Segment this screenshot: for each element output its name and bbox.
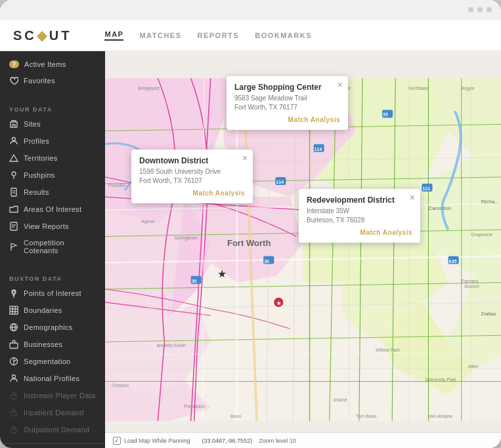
svg-rect-5: [11, 188, 16, 196]
svg-text:University Park: University Park: [425, 378, 456, 383]
svg-text:635: 635: [449, 259, 457, 264]
popup-shopping-title: Large Shopping Center: [234, 83, 340, 92]
svg-rect-21: [10, 343, 18, 348]
popup-downtown-address: 1598 South University Drive Fort Worth, …: [139, 167, 245, 186]
svg-text:114: 114: [276, 180, 284, 184]
areas-label: Areas Of Interest: [24, 205, 81, 213]
svg-text:114: 114: [315, 147, 322, 152]
sidebar-bottom: IMPORT DATA: [0, 443, 105, 448]
sidebar-boundaries[interactable]: Boundaries: [0, 302, 105, 319]
checkbox-check: ✓: [114, 438, 120, 444]
svg-text:Northlake: Northlake: [408, 86, 428, 91]
sidebar-businesses[interactable]: Businesses: [0, 336, 105, 353]
national-profiles-label: National Profiles: [24, 375, 79, 382]
popup-shopping-match[interactable]: Match Analysis: [234, 116, 340, 123]
top-nav: SC◆UT MAP MATCHES REPORTS BOOKMARKS: [0, 20, 501, 51]
coordinates: (33.0467,-96.7552): [202, 438, 253, 444]
sidebar-competition[interactable]: Competition Cotenants: [0, 235, 105, 258]
main-area: 7 Active Items Favorites YOUR DA: [0, 51, 501, 448]
nav-reports[interactable]: REPORTS: [198, 31, 240, 39]
svg-marker-2: [10, 155, 18, 161]
svg-text:Josline: Josline: [333, 397, 347, 402]
nav-matches[interactable]: MATCHES: [139, 31, 181, 39]
svg-text:Plantation: Plantation: [185, 404, 205, 409]
sidebar-segmentation[interactable]: Segmentation: [0, 353, 105, 370]
pushpin-icon: [9, 171, 18, 180]
segmentation-label: Segmentation: [24, 357, 70, 365]
svg-text:Richa...: Richa...: [481, 199, 499, 205]
load-map-checkbox-wrap[interactable]: ✓ Load Map While Panning: [113, 437, 190, 445]
title-dot-2: [477, 7, 483, 12]
svg-text:Fort Worth: Fort Worth: [227, 238, 271, 248]
sidebar-favorites[interactable]: Favorites: [0, 72, 105, 89]
logo-accent: ◆: [37, 28, 49, 43]
briefcase-icon: [9, 340, 18, 349]
popup-redevelopment-match[interactable]: Match Analysis: [307, 229, 412, 236]
sidebar-your-data: YOUR DATA Sites Profiles: [0, 94, 105, 264]
map-status-bar: ✓ Load Map While Panning (33.0467,-96.75…: [105, 432, 501, 448]
svg-text:121: 121: [422, 186, 430, 191]
device-frame: SC◆UT MAP MATCHES REPORTS BOOKMARKS 7 Ac…: [0, 0, 501, 448]
svg-rect-27: [11, 429, 16, 433]
sidebar-view-reports[interactable]: View Reports: [0, 218, 105, 235]
sidebar-pushpins[interactable]: Pushpins: [0, 167, 105, 184]
sidebar-points-of-interest[interactable]: Points of Interest: [0, 285, 105, 302]
profiles-label: Profiles: [24, 137, 49, 145]
svg-text:Bono: Bono: [230, 414, 241, 418]
heart-icon: [9, 76, 18, 85]
svg-rect-26: [11, 412, 16, 416]
sidebar-outpatient: Outpatient Demand: [0, 421, 105, 438]
nav-map[interactable]: MAP: [104, 30, 123, 41]
svg-text:Willow Park: Willow Park: [376, 348, 400, 352]
territories-label: Territories: [24, 154, 58, 162]
app-container: SC◆UT MAP MATCHES REPORTS BOOKMARKS 7 Ac…: [0, 20, 501, 448]
svg-text:Argyle: Argyle: [462, 86, 475, 91]
popup-shopping-address: 9583 Sage Meadow Trail Fort Worth, TX 76…: [234, 94, 340, 112]
lock-icon-3: [9, 425, 18, 434]
sidebar-results[interactable]: Results: [0, 184, 105, 201]
sidebar-areas-of-interest[interactable]: Areas Of Interest: [0, 201, 105, 218]
sidebar-sites[interactable]: Sites: [0, 115, 105, 132]
svg-text:Poolville: Poolville: [108, 183, 125, 188]
popup-downtown-title: Downtown District: [139, 156, 245, 165]
popup-downtown-match[interactable]: Match Analysis: [139, 190, 245, 197]
title-bar: [0, 0, 501, 20]
popup-downtown: × Downtown District 1598 South Universit…: [131, 150, 253, 203]
svg-rect-25: [11, 395, 16, 399]
sites-label: Sites: [24, 120, 41, 128]
sidebar-profiles[interactable]: Profiles: [0, 132, 105, 150]
svg-text:Carrollton: Carrollton: [428, 205, 451, 211]
sidebar-territories[interactable]: Territories: [0, 150, 105, 167]
svg-point-3: [12, 172, 16, 176]
svg-rect-8: [11, 222, 17, 230]
zoom-level: Zoom level 10: [259, 438, 296, 444]
popup-redevelopment-close[interactable]: ×: [410, 193, 415, 202]
popup-shopping-close[interactable]: ×: [338, 80, 343, 89]
lock-icon-2: [9, 408, 18, 417]
svg-text:30: 30: [192, 279, 197, 283]
svg-text:Tom Bean: Tom Bean: [356, 414, 377, 418]
load-map-checkbox[interactable]: ✓: [113, 437, 121, 445]
svg-text:Van Alstyne: Van Alstyne: [428, 414, 452, 419]
sidebar-national-profiles[interactable]: National Profiles: [0, 370, 105, 387]
building-icon: [9, 119, 18, 129]
nav-bookmarks[interactable]: BOOKMARKS: [255, 31, 312, 39]
popup-redevelopment-title: Redevelopment District: [307, 195, 412, 205]
svg-text:Agnes: Agnes: [141, 219, 154, 224]
svg-text:★: ★: [276, 300, 282, 306]
svg-text:Springtown: Springtown: [175, 235, 198, 241]
segment-icon: [9, 357, 18, 366]
sidebar-active-items[interactable]: 7 Active Items: [0, 56, 105, 72]
sidebar-demographics[interactable]: Demographics: [0, 319, 105, 336]
map-area[interactable]: Fort Worth Bridgeport Paradise Ponder N: [105, 51, 501, 448]
svg-text:Annetta South: Annetta South: [156, 343, 186, 348]
view-reports-label: View Reports: [24, 222, 69, 230]
popup-downtown-close[interactable]: ×: [242, 153, 248, 163]
sidebar-section-top: 7 Active Items Favorites: [0, 51, 105, 94]
lock-icon-1: [9, 391, 18, 400]
svg-text:Bridgeport: Bridgeport: [138, 86, 159, 91]
logo: SC◆UT: [13, 28, 72, 43]
folder-icon: [9, 205, 18, 214]
active-count: 7: [9, 60, 19, 68]
report-icon: [9, 222, 18, 231]
